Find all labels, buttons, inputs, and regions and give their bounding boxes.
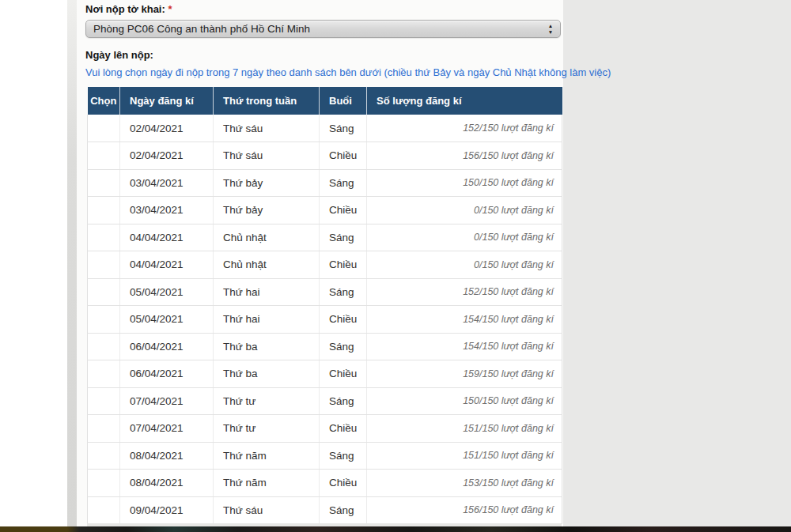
stepper-up-glyph: ▲ (548, 23, 553, 29)
place-label: Nơi nộp tờ khai: * (85, 3, 172, 15)
date-cell: 06/04/2021 (120, 360, 214, 388)
session-cell: Sáng (320, 333, 367, 360)
date-cell: 05/04/2021 (120, 278, 214, 306)
session-cell: Chiều (320, 197, 367, 224)
schedule-table-header: ChọnNgày đăng kíThứ trong tuầnBuổiSố lượ… (88, 87, 562, 115)
bottom-dark-strip (0, 526, 791, 532)
schedule-table: ChọnNgày đăng kíThứ trong tuầnBuổiSố lượ… (87, 87, 562, 524)
count-cell: 154/150 lượt đăng kí (367, 306, 562, 334)
count-cell: 0/150 lượt đăng kí (367, 224, 562, 251)
date-cell: 04/04/2021 (120, 251, 214, 279)
weekday-cell: Thứ hai (214, 306, 320, 334)
choose-cell[interactable] (88, 142, 120, 170)
schedule-row[interactable]: 02/04/2021 Thứ sáu Sáng 152/150 lượt đăn… (88, 115, 562, 142)
weekday-cell: Thứ hai (214, 278, 320, 306)
choose-cell[interactable] (88, 360, 120, 388)
weekday-cell: Thứ ba (214, 360, 320, 388)
stepper-down-glyph: ▼ (548, 29, 553, 36)
date-cell: 08/04/2021 (120, 470, 214, 497)
choose-cell[interactable] (88, 306, 120, 334)
count-cell: 154/150 lượt đăng kí (367, 333, 562, 360)
weekday-cell: Chủ nhật (214, 224, 320, 251)
date-cell: 07/04/2021 (120, 415, 214, 443)
weekday-cell: Thứ năm (214, 442, 320, 470)
schedule-row[interactable]: 07/04/2021 Thứ tư Chiều 151/150 lượt đăn… (88, 415, 562, 443)
header-cell: Buổi (320, 87, 367, 115)
choose-cell[interactable] (88, 470, 120, 497)
page: Nơi nộp tờ khai: * Phòng PC06 Công an th… (0, 0, 791, 532)
date-cell: 02/04/2021 (120, 142, 214, 170)
date-cell: 08/04/2021 (120, 442, 214, 470)
schedule-row[interactable]: 06/04/2021 Thứ ba Sáng 154/150 lượt đăng… (88, 333, 562, 360)
submission-place-value: Phòng PC06 Công an thành phố Hồ Chí Minh (93, 23, 310, 35)
choose-cell[interactable] (88, 387, 120, 415)
weekday-cell: Thứ ba (214, 333, 320, 360)
session-cell: Sáng (320, 115, 367, 142)
choose-cell[interactable] (88, 333, 120, 360)
weekday-cell: Thứ sáu (214, 115, 320, 142)
submission-place-select[interactable]: Phòng PC06 Công an thành phố Hồ Chí Minh… (85, 20, 561, 38)
note-text: Vui lòng chọn ngày đi nộp trong 7 ngày t… (85, 66, 611, 78)
count-cell: 156/150 lượt đăng kí (367, 142, 562, 170)
count-cell: 151/150 lượt đăng kí (367, 415, 562, 443)
schedule-row[interactable]: 03/04/2021 Thứ bảy Chiều 0/150 lượt đăng… (88, 197, 562, 224)
session-cell: Sáng (320, 387, 367, 415)
date-cell: 06/04/2021 (120, 333, 214, 360)
choose-cell[interactable] (88, 197, 120, 224)
count-cell: 0/150 lượt đăng kí (367, 251, 562, 279)
session-cell: Sáng (320, 496, 367, 524)
weekday-cell: Chủ nhật (214, 251, 320, 279)
weekday-cell: Thứ bảy (214, 169, 320, 197)
choose-cell[interactable] (88, 496, 120, 524)
page-edge-strip (67, 0, 77, 526)
choose-cell[interactable] (88, 169, 120, 197)
count-cell: 150/150 lượt đăng kí (367, 387, 562, 415)
date-cell: 03/04/2021 (120, 169, 214, 197)
date-cell: 03/04/2021 (120, 197, 214, 224)
weekday-cell: Thứ sáu (214, 142, 320, 170)
header-cell: Thứ trong tuần (214, 87, 320, 115)
count-cell: 153/150 lượt đăng kí (367, 470, 562, 497)
choose-cell[interactable] (88, 115, 120, 142)
schedule-row[interactable]: 04/04/2021 Chủ nhật Sáng 0/150 lượt đăng… (88, 224, 562, 251)
weekday-cell: Thứ năm (214, 470, 320, 497)
schedule-row[interactable]: 09/04/2021 Thứ sáu Sáng 156/150 lượt đăn… (88, 496, 562, 524)
select-stepper-icon: ▲ ▼ (545, 23, 556, 35)
count-cell: 159/150 lượt đăng kí (367, 360, 562, 388)
choose-cell[interactable] (88, 278, 120, 306)
count-cell: 150/150 lượt đăng kí (367, 169, 562, 197)
date-label: Ngày lên nộp: (85, 49, 153, 61)
session-cell: Sáng (320, 442, 367, 470)
count-cell: 152/150 lượt đăng kí (367, 115, 562, 142)
header-cell: Ngày đăng kí (120, 87, 214, 115)
date-cell: 07/04/2021 (120, 387, 214, 415)
choose-cell[interactable] (88, 251, 120, 279)
schedule-row[interactable]: 05/04/2021 Thứ hai Chiều 154/150 lượt đă… (88, 306, 562, 334)
session-cell: Chiều (320, 251, 367, 279)
weekday-cell: Thứ tư (214, 415, 320, 443)
count-cell: 151/150 lượt đăng kí (367, 442, 562, 470)
schedule-row[interactable]: 05/04/2021 Thứ hai Sáng 152/150 lượt đăn… (88, 278, 562, 306)
schedule-row[interactable]: 07/04/2021 Thứ tư Sáng 150/150 lượt đăng… (88, 387, 562, 415)
weekday-cell: Thứ bảy (214, 197, 320, 224)
schedule-row[interactable]: 02/04/2021 Thứ sáu Chiều 156/150 lượt đă… (88, 142, 562, 170)
date-cell: 09/04/2021 (120, 496, 214, 524)
header-cell: Chọn (88, 87, 120, 115)
required-asterisk: * (168, 3, 172, 15)
choose-cell[interactable] (88, 442, 120, 470)
schedule-row[interactable]: 08/04/2021 Thứ năm Chiều 153/150 lượt đă… (88, 470, 562, 497)
date-cell: 05/04/2021 (120, 306, 214, 334)
session-cell: Chiều (320, 360, 367, 388)
date-cell: 04/04/2021 (120, 224, 214, 251)
schedule-row[interactable]: 03/04/2021 Thứ bảy Sáng 150/150 lượt đăn… (88, 169, 562, 197)
place-label-text: Nơi nộp tờ khai: (85, 3, 165, 15)
choose-cell[interactable] (88, 415, 120, 443)
schedule-row[interactable]: 04/04/2021 Chủ nhật Chiều 0/150 lượt đăn… (88, 251, 562, 279)
choose-cell[interactable] (88, 224, 120, 251)
schedule-row[interactable]: 08/04/2021 Thứ năm Sáng 151/150 lượt đăn… (88, 442, 562, 470)
weekday-cell: Thứ tư (214, 387, 320, 415)
schedule-row[interactable]: 06/04/2021 Thứ ba Chiều 159/150 lượt đăn… (88, 360, 562, 388)
form-panel: Nơi nộp tờ khai: * Phòng PC06 Công an th… (77, 0, 563, 526)
session-cell: Sáng (320, 224, 367, 251)
date-cell: 02/04/2021 (120, 115, 214, 142)
